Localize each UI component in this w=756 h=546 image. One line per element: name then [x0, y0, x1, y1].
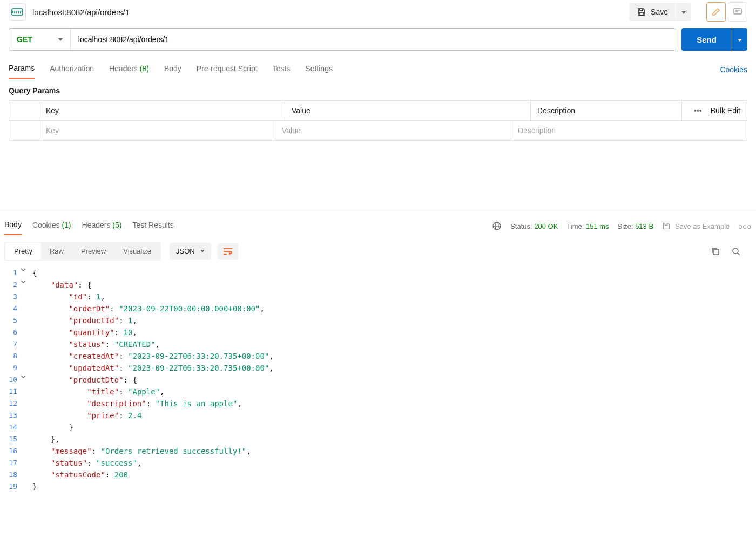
view-visualize[interactable]: Visualize: [114, 243, 160, 260]
view-pretty[interactable]: Pretty: [5, 243, 41, 260]
tab-headers[interactable]: Headers (8): [109, 61, 149, 78]
wrap-lines-button[interactable]: [218, 243, 238, 260]
resp-tab-body[interactable]: Body: [4, 217, 22, 235]
tab-settings[interactable]: Settings: [305, 61, 333, 78]
copy-icon[interactable]: [711, 247, 720, 256]
view-raw[interactable]: Raw: [41, 243, 72, 260]
save-label: Save: [651, 8, 668, 16]
save-as-example-button[interactable]: Save as Example: [662, 222, 730, 230]
col-key: Key: [39, 101, 285, 120]
bulk-edit-link[interactable]: Bulk Edit: [711, 106, 740, 115]
url-input[interactable]: [71, 29, 676, 50]
globe-icon: [492, 221, 502, 231]
http-badge-icon: HTTP: [9, 3, 26, 21]
edit-icon-button[interactable]: [706, 2, 726, 22]
svg-text:HTTP: HTTP: [12, 10, 23, 14]
resp-tab-cookies[interactable]: Cookies (1): [32, 217, 71, 235]
status-meta: Status: 200 OK: [510, 222, 558, 230]
tab-authorization[interactable]: Authorization: [50, 61, 94, 78]
tab-tests[interactable]: Tests: [273, 61, 291, 78]
save-button[interactable]: Save: [629, 3, 676, 21]
resp-tab-test-results[interactable]: Test Results: [132, 217, 173, 235]
send-dropdown[interactable]: [732, 28, 747, 51]
description-input[interactable]: Description: [511, 121, 747, 140]
col-value: Value: [285, 101, 531, 120]
size-meta: Size: 513 B: [618, 222, 654, 230]
request-tab-title: localhost:8082/api/orders/1: [32, 8, 623, 17]
tab-body[interactable]: Body: [164, 61, 181, 78]
svg-rect-2: [639, 12, 644, 15]
svg-rect-3: [734, 9, 741, 14]
send-button[interactable]: Send: [681, 28, 732, 51]
params-table: Key Value Description ••• Bulk Edit Key …: [9, 100, 747, 141]
more-icon[interactable]: •••: [694, 106, 702, 115]
method-label: GET: [17, 35, 32, 44]
comment-icon-button[interactable]: [728, 2, 747, 22]
tab-params[interactable]: Params: [9, 60, 35, 79]
svg-rect-6: [713, 249, 719, 255]
chevron-down-icon: [58, 38, 63, 41]
resp-tab-headers[interactable]: Headers (5): [82, 217, 122, 235]
method-select[interactable]: GET: [9, 29, 71, 50]
cookies-link[interactable]: Cookies: [720, 65, 747, 74]
view-preview[interactable]: Preview: [72, 243, 114, 260]
checkbox-column: [9, 101, 39, 120]
svg-point-7: [733, 248, 738, 254]
format-select[interactable]: JSON: [170, 243, 211, 260]
time-meta: Time: 151 ms: [566, 222, 609, 230]
query-params-title: Query Params: [0, 79, 756, 100]
value-input[interactable]: Value: [275, 121, 511, 140]
chevron-down-icon: [200, 250, 205, 252]
response-body[interactable]: 1{2 "data": {3 "id": 1,4 "orderDt": "202…: [0, 267, 756, 493]
search-icon[interactable]: [731, 247, 741, 256]
save-dropdown[interactable]: [676, 3, 691, 21]
more-icon[interactable]: ooo: [738, 222, 752, 230]
col-description: Description: [531, 101, 682, 120]
key-input[interactable]: Key: [39, 121, 275, 140]
row-checkbox[interactable]: [9, 121, 39, 140]
tab-prerequest[interactable]: Pre-request Script: [197, 61, 258, 78]
